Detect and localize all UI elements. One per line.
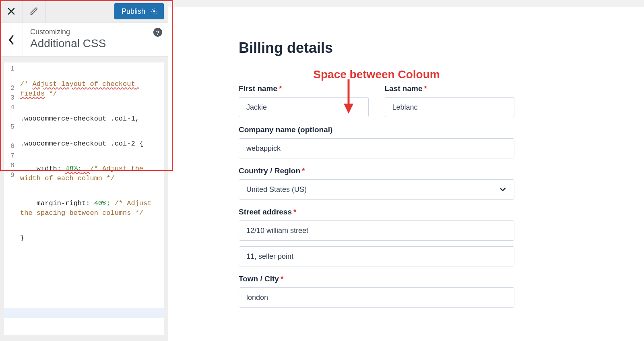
street2-input[interactable] [239,246,514,266]
customizer-header: Publish [0,0,168,23]
preview-top-bar [168,0,644,7]
first-name-input[interactable] [239,97,369,117]
section-title-row: Customizing Additional CSS ? [0,23,168,57]
country-select[interactable]: United States (US) [239,179,514,200]
back-button[interactable] [0,23,23,56]
country-value: United States (US) [246,185,307,194]
publish-label: Publish [122,7,145,16]
svg-point-0 [153,10,155,12]
publish-button[interactable]: Publish [114,3,164,19]
help-button[interactable]: ? [153,28,162,37]
street-label: Street address* [239,208,514,216]
town-label: Town / City* [239,274,514,283]
company-input[interactable] [239,138,514,158]
editor-content[interactable]: /* Adjust layout of checkout fields */ .… [17,62,164,335]
css-editor-wrap: 1 2 3 4 5 6 7 8 9 /* Adjust layout of ch… [0,57,168,335]
chevron-left-icon [8,34,15,46]
last-name-label: Last name* [385,84,515,93]
last-name-input[interactable] [385,97,515,117]
name-row: First name* Last name* [239,84,514,117]
billing-heading: Billing details [239,40,514,64]
company-label: Company name (optional) [239,125,514,134]
breadcrumb: Customizing [30,28,161,36]
checkout-form: Billing details Space between Coloum Fir… [168,7,530,308]
chevron-down-icon [499,185,507,193]
annotation-callout: Space between Coloum [239,68,514,81]
css-editor[interactable]: 1 2 3 4 5 6 7 8 9 /* Adjust layout of ch… [4,62,164,335]
first-name-label: First name* [239,84,369,93]
pencil-icon [30,7,39,16]
town-input[interactable] [239,287,514,308]
edit-toggle-button[interactable] [23,0,46,23]
country-label: Country / Region* [239,166,514,175]
section-title: Additional CSS [30,37,161,50]
customizer-sidebar: Publish Customizing Additional CSS ? 1 2… [0,0,168,341]
gear-icon [150,7,158,15]
close-icon [7,7,15,15]
editor-gutter: 1 2 3 4 5 6 7 8 9 [4,62,17,335]
site-preview: Billing details Space between Coloum Fir… [168,0,644,341]
close-button[interactable] [0,0,23,23]
street1-input[interactable] [239,220,514,241]
